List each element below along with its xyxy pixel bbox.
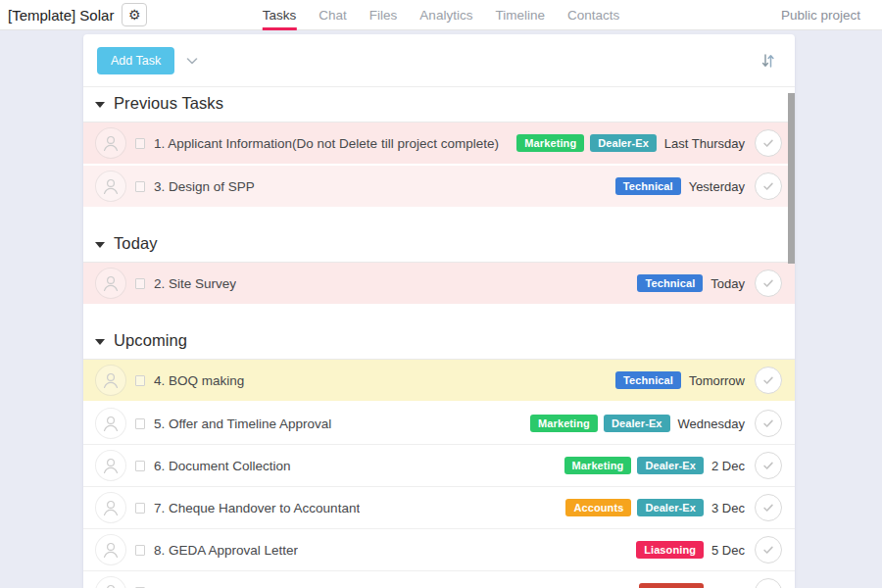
task-label-badge[interactable]: Dealer-Ex	[637, 499, 704, 516]
task-labels: Liasoning	[636, 541, 704, 559]
task-due-date: Last Thursday	[664, 136, 745, 151]
task-due-date: Today	[710, 276, 745, 291]
add-task-button[interactable]: Add Task	[97, 47, 174, 74]
task-row[interactable]: 1. Applicant Information(Do not Delete t…	[83, 122, 795, 166]
task-row[interactable]: 4. BOQ making Technical Tomorrow	[83, 360, 795, 403]
task-label-badge[interactable]: Marketing	[564, 457, 632, 474]
avatar	[95, 127, 126, 159]
avatar	[95, 534, 126, 565]
task-panel: Add Task Previous Tasks	[83, 34, 795, 588]
project-visibility-label: Public project	[781, 8, 860, 23]
tab-contacts[interactable]: Contacts	[567, 0, 619, 30]
tab-tasks[interactable]: Tasks	[263, 0, 297, 30]
avatar	[95, 576, 126, 588]
task-due-date: 5 Dec	[711, 543, 745, 558]
task-label-badge[interactable]: Dealer-Ex	[590, 134, 657, 152]
complete-task-button[interactable]	[755, 494, 782, 521]
person-icon	[101, 414, 121, 433]
task-label-badge[interactable]: Technical	[615, 371, 681, 389]
task-label-badge[interactable]: Marketing	[530, 415, 598, 432]
top-bar: [Template] Solar ⚙ TasksChatFilesAnalyti…	[0, 0, 882, 30]
task-title: 6. Document Collection	[154, 459, 291, 473]
complete-task-button[interactable]	[755, 410, 782, 437]
task-due-date: Tomorrow	[689, 373, 745, 388]
task-checkbox[interactable]	[135, 545, 145, 556]
tab-analytics[interactable]: Analytics	[419, 0, 472, 30]
complete-task-button[interactable]	[755, 536, 782, 564]
section-header[interactable]: Previous Tasks	[83, 87, 795, 122]
task-section: Today 2. Site Survey Technical Today	[83, 227, 795, 306]
task-label-badge[interactable]: Dealer-Ex	[637, 457, 704, 474]
task-checkbox[interactable]	[135, 138, 145, 149]
task-toolbar: Add Task	[83, 34, 795, 87]
avatar	[95, 450, 126, 481]
chevron-down-icon	[184, 53, 200, 69]
task-label-badge[interactable]: Dealer-Ex	[604, 415, 670, 432]
task-row[interactable]: 9. Material Indent Purchase 6 Dec	[83, 571, 795, 588]
task-labels: MarketingDealer-Ex	[516, 134, 657, 152]
person-icon	[101, 176, 121, 196]
task-label-badge[interactable]: Technical	[637, 274, 703, 292]
task-due-date: Wednesday	[678, 416, 745, 431]
gear-icon: ⚙	[128, 8, 141, 22]
task-checkbox[interactable]	[135, 461, 145, 471]
complete-task-button[interactable]	[755, 129, 782, 157]
complete-task-button[interactable]	[755, 270, 782, 297]
section-header[interactable]: Upcoming	[83, 324, 795, 360]
complete-task-button[interactable]	[755, 452, 782, 479]
task-checkbox[interactable]	[135, 503, 145, 514]
task-title: 1. Applicant Information(Do not Delete t…	[154, 136, 499, 151]
tab-files[interactable]: Files	[369, 0, 398, 30]
avatar	[95, 268, 126, 299]
task-checkbox[interactable]	[135, 375, 145, 386]
project-title: [Template] Solar	[8, 7, 114, 24]
sort-button[interactable]	[760, 53, 781, 69]
main-area: Add Task Previous Tasks	[0, 30, 882, 588]
task-labels: MarketingDealer-Ex	[564, 457, 705, 474]
task-section: Upcoming 4. BOQ making Technical Tomorro…	[83, 324, 795, 588]
collapse-caret-icon	[95, 102, 105, 108]
complete-task-button[interactable]	[755, 367, 782, 394]
task-title: 2. Site Survey	[154, 276, 236, 291]
task-label-badge[interactable]: Marketing	[516, 134, 584, 152]
scrollbar-thumb[interactable]	[788, 93, 795, 264]
task-row[interactable]: 7. Cheque Handover to Accountant Account…	[83, 487, 795, 529]
task-labels: Technical	[637, 274, 703, 292]
task-title: 8. GEDA Approval Letter	[154, 543, 298, 558]
person-icon	[101, 273, 121, 293]
task-label-badge[interactable]: Accounts	[565, 499, 631, 516]
task-row[interactable]: 2. Site Survey Technical Today	[83, 263, 795, 306]
project-settings-button[interactable]: ⚙	[122, 3, 147, 26]
task-due-date: Yesterday	[689, 179, 745, 194]
task-row[interactable]: 8. GEDA Approval Letter Liasoning 5 Dec	[83, 529, 795, 571]
avatar	[95, 492, 126, 523]
task-label-badge[interactable]: Liasoning	[636, 541, 704, 559]
task-label-badge[interactable]: Purchase	[639, 583, 704, 588]
section-title: Today	[114, 234, 158, 253]
task-title: 3. Design of SPP	[154, 179, 255, 194]
sort-arrows-icon	[760, 53, 775, 69]
check-icon	[761, 179, 775, 193]
add-task-dropdown-button[interactable]	[184, 53, 200, 69]
task-row[interactable]: 5. Offer and Timeline Approval Marketing…	[83, 403, 795, 445]
task-title: 4. BOQ making	[154, 373, 244, 388]
collapse-caret-icon	[95, 242, 105, 248]
tab-timeline[interactable]: Timeline	[495, 0, 545, 30]
task-list: Previous Tasks 1. Applicant Information(…	[83, 87, 795, 588]
task-row[interactable]: 6. Document Collection MarketingDealer-E…	[83, 445, 795, 487]
task-checkbox[interactable]	[135, 181, 145, 192]
section-header[interactable]: Today	[83, 227, 795, 263]
task-row[interactable]: 3. Design of SPP Technical Yesterday	[83, 166, 795, 209]
task-labels: MarketingDealer-Ex	[530, 415, 670, 432]
person-icon	[101, 456, 121, 475]
task-label-badge[interactable]: Technical	[615, 177, 681, 195]
check-icon	[761, 136, 775, 150]
task-labels: AccountsDealer-Ex	[565, 499, 704, 516]
complete-task-button[interactable]	[755, 578, 782, 588]
complete-task-button[interactable]	[755, 172, 782, 200]
check-icon	[761, 501, 775, 514]
person-icon	[101, 498, 121, 517]
task-checkbox[interactable]	[135, 418, 145, 429]
tab-chat[interactable]: Chat	[318, 0, 347, 30]
task-checkbox[interactable]	[135, 278, 145, 289]
